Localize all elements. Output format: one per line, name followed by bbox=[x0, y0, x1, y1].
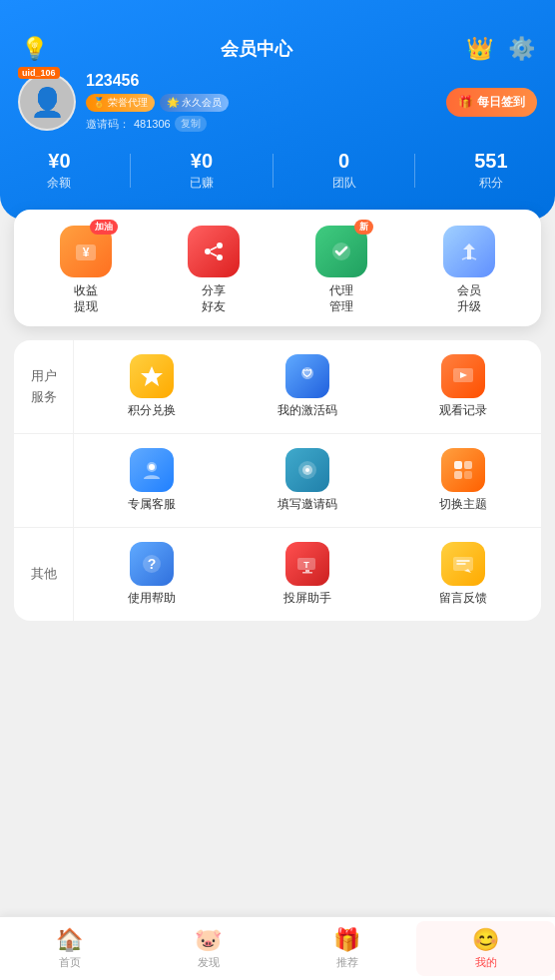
upgrade-icon-circle bbox=[443, 226, 495, 277]
mine-icon: 😊 bbox=[472, 927, 499, 953]
icon-item-upgrade[interactable]: 会员升级 bbox=[434, 226, 504, 314]
signin-icon: 🎁 bbox=[458, 95, 473, 109]
profile-left: 👤 uid_106 123456 🏅 荣誉代理 🌟 永久会员 bbox=[18, 72, 229, 132]
earnings-icon-circle: ¥ 加油 bbox=[60, 226, 112, 277]
svg-rect-20 bbox=[464, 471, 472, 479]
icon-item-share[interactable]: 分享好友 bbox=[179, 226, 249, 314]
badges: 🏅 荣誉代理 🌟 永久会员 bbox=[86, 94, 229, 112]
copy-button[interactable]: 复制 bbox=[175, 116, 207, 132]
stat-points-value: 551 bbox=[474, 150, 507, 173]
share-icon-circle bbox=[188, 226, 240, 277]
stat-earned[interactable]: ¥0 已赚 bbox=[190, 150, 214, 192]
feedback-label: 留言反馈 bbox=[439, 590, 487, 607]
agent-label: 代理管理 bbox=[329, 283, 353, 314]
nav-recommend-label: 推荐 bbox=[336, 955, 358, 970]
svg-line-5 bbox=[211, 247, 217, 250]
help-item[interactable]: ? 使用帮助 bbox=[74, 538, 230, 611]
other-service-items: ? 使用帮助 T 投屏助手 bbox=[74, 528, 541, 621]
stat-points[interactable]: 551 积分 bbox=[474, 150, 507, 192]
avatar: 👤 bbox=[18, 73, 76, 131]
switch-theme-label: 切换主题 bbox=[439, 496, 487, 513]
svg-rect-19 bbox=[454, 471, 462, 479]
points-exchange-icon bbox=[130, 354, 174, 398]
user-service-label-2 bbox=[14, 434, 74, 527]
avatar-wrap[interactable]: 👤 uid_106 bbox=[18, 73, 76, 131]
earnings-badge: 加油 bbox=[90, 220, 118, 235]
avatar-icon: 👤 bbox=[30, 86, 65, 119]
top-right-icons: 👑 ⚙️ bbox=[463, 36, 537, 62]
signin-label: 每日签到 bbox=[477, 94, 525, 111]
agent-icon-circle: 新 bbox=[315, 226, 367, 277]
home-icon: 🏠 bbox=[56, 927, 83, 953]
light-icon[interactable]: 💡 bbox=[18, 36, 50, 62]
invite-label: 邀请码： bbox=[86, 117, 130, 132]
svg-text:T: T bbox=[303, 560, 309, 570]
watch-history-icon bbox=[441, 354, 485, 398]
badge-member: 🌟 永久会员 bbox=[160, 94, 229, 112]
watch-history-label: 观看记录 bbox=[439, 402, 487, 419]
settings-icon[interactable]: ⚙️ bbox=[505, 36, 537, 62]
svg-text:¥: ¥ bbox=[83, 245, 90, 259]
user-service-label: 用户服务 bbox=[14, 340, 74, 433]
profile-row: 👤 uid_106 123456 🏅 荣誉代理 🌟 永久会员 bbox=[0, 72, 555, 144]
quick-icon-card: ¥ 加油 收益提现 分享好友 bbox=[14, 210, 541, 326]
nav-home[interactable]: 🏠 首页 bbox=[0, 921, 139, 976]
svg-point-16 bbox=[305, 468, 309, 472]
stat-team[interactable]: 0 团队 bbox=[332, 150, 356, 192]
cast-helper-item[interactable]: T 投屏助手 bbox=[230, 538, 385, 611]
stat-team-label: 团队 bbox=[332, 175, 356, 192]
fill-invite-code-label: 填写邀请码 bbox=[278, 496, 337, 513]
crown-icon[interactable]: 👑 bbox=[463, 36, 495, 62]
svg-point-2 bbox=[217, 243, 223, 248]
stat-earned-value: ¥0 bbox=[191, 150, 213, 173]
header-background: 💡 会员中心 👑 ⚙️ 👤 uid_106 123456 bbox=[0, 0, 555, 220]
svg-rect-17 bbox=[454, 461, 462, 469]
cast-helper-icon: T bbox=[285, 542, 329, 586]
page-title: 会员中心 bbox=[50, 37, 463, 61]
svg-text:?: ? bbox=[148, 556, 157, 572]
fill-invite-code-item[interactable]: 填写邀请码 bbox=[230, 444, 385, 517]
nav-discover-label: 发现 bbox=[198, 955, 220, 970]
help-label: 使用帮助 bbox=[128, 590, 176, 607]
svg-rect-26 bbox=[302, 572, 312, 574]
daily-signin-button[interactable]: 🎁 每日签到 bbox=[446, 88, 537, 117]
activation-code-label: 我的激活码 bbox=[278, 402, 337, 419]
switch-theme-item[interactable]: 切换主题 bbox=[385, 444, 541, 517]
fill-invite-code-icon bbox=[285, 448, 329, 492]
icon-item-agent[interactable]: 新 代理管理 bbox=[306, 226, 376, 314]
svg-marker-8 bbox=[141, 366, 163, 386]
points-exchange-label: 积分兑换 bbox=[128, 402, 176, 419]
stat-team-value: 0 bbox=[338, 150, 349, 173]
user-service-row-1: 用户服务 积分兑换 🛡 bbox=[14, 340, 541, 434]
user-service-items-1: 积分兑换 🛡 我的激活码 bbox=[74, 340, 541, 433]
earnings-label: 收益提现 bbox=[74, 283, 98, 314]
bottom-nav: 🏠 首页 🐷 发现 🎁 推荐 😊 我的 bbox=[0, 916, 555, 980]
nav-home-label: 首页 bbox=[59, 955, 81, 970]
badge-agent: 🏅 荣誉代理 bbox=[86, 94, 155, 112]
nav-discover[interactable]: 🐷 发现 bbox=[139, 921, 278, 976]
nav-mine[interactable]: 😊 我的 bbox=[416, 921, 555, 976]
stats-row: ¥0 余额 ¥0 已赚 0 团队 551 积分 bbox=[0, 144, 555, 200]
switch-theme-icon bbox=[441, 448, 485, 492]
discover-icon: 🐷 bbox=[195, 927, 222, 953]
svg-text:🛡: 🛡 bbox=[302, 368, 312, 379]
upgrade-label: 会员升级 bbox=[457, 283, 481, 314]
invite-code: 481306 bbox=[134, 118, 171, 130]
nav-recommend[interactable]: 🎁 推荐 bbox=[278, 921, 416, 976]
cast-helper-label: 投屏助手 bbox=[283, 590, 331, 607]
svg-line-6 bbox=[211, 253, 217, 256]
points-exchange-item[interactable]: 积分兑换 bbox=[74, 350, 230, 423]
stat-balance[interactable]: ¥0 余额 bbox=[47, 150, 71, 192]
stat-balance-value: ¥0 bbox=[48, 150, 70, 173]
icon-item-earnings[interactable]: ¥ 加油 收益提现 bbox=[51, 226, 121, 314]
share-label: 分享好友 bbox=[202, 283, 226, 314]
nav-mine-label: 我的 bbox=[475, 955, 497, 970]
feedback-item[interactable]: 留言反馈 bbox=[385, 538, 541, 611]
customer-service-item[interactable]: 专属客服 bbox=[74, 444, 230, 517]
feedback-icon bbox=[441, 542, 485, 586]
user-service-row-2: 专属客服 填写邀请码 bbox=[14, 434, 541, 528]
profile-info: 123456 🏅 荣誉代理 🌟 永久会员 邀请码： 481306 复制 bbox=[86, 72, 229, 132]
service-section: 用户服务 积分兑换 🛡 bbox=[14, 340, 541, 621]
watch-history-item[interactable]: 观看记录 bbox=[385, 350, 541, 423]
activation-code-item[interactable]: 🛡 我的激活码 bbox=[230, 350, 385, 423]
